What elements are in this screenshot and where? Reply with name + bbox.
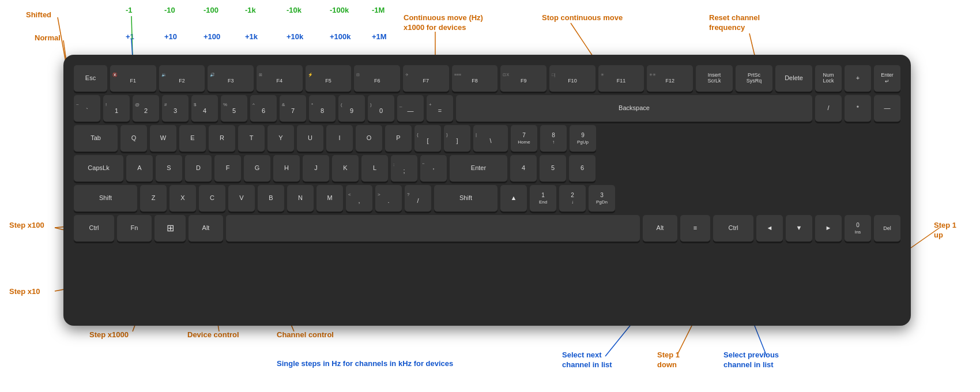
key-f3[interactable]: 🔊F3	[208, 65, 254, 92]
key-capslock[interactable]: CapsLk	[74, 155, 123, 182]
key-numpad-slash[interactable]: /	[815, 95, 842, 122]
key-d[interactable]: D	[185, 155, 212, 182]
key-f7[interactable]: ✈F7	[403, 65, 449, 92]
key-q[interactable]: Q	[120, 125, 147, 152]
key-num3[interactable]: 3PgDn	[589, 185, 615, 212]
key-i[interactable]: I	[326, 125, 353, 152]
key-0[interactable]: )0	[368, 95, 394, 122]
key-minus[interactable]: _—	[397, 95, 424, 122]
key-num1[interactable]: 1End	[530, 185, 556, 212]
key-equals[interactable]: +=	[427, 95, 453, 122]
key-numdot[interactable]: Del	[874, 215, 900, 242]
key-backslash[interactable]: |\	[473, 125, 508, 152]
key-space[interactable]	[226, 215, 640, 242]
key-n[interactable]: N	[287, 185, 314, 212]
key-numpad-enter-top[interactable]: Enter↵	[874, 65, 900, 92]
key-enter[interactable]: Enter	[450, 155, 507, 182]
key-8[interactable]: *8	[309, 95, 336, 122]
key-2[interactable]: @2	[133, 95, 159, 122]
key-c[interactable]: C	[199, 185, 225, 212]
key-num4[interactable]: 4	[510, 155, 537, 182]
key-m[interactable]: M	[316, 185, 343, 212]
key-b[interactable]: B	[258, 185, 284, 212]
key-f9[interactable]: ⊡XF9	[500, 65, 546, 92]
key-f10[interactable]: □|F10	[549, 65, 595, 92]
key-w[interactable]: W	[150, 125, 176, 152]
key-shift-right[interactable]: Shift	[434, 185, 497, 212]
key-4[interactable]: $4	[191, 95, 218, 122]
key-delete[interactable]: Delete	[775, 65, 812, 92]
key-f1[interactable]: 🔇F1	[110, 65, 156, 92]
key-fn[interactable]: Fn	[117, 215, 152, 242]
key-arrow-down[interactable]: ▼	[786, 215, 812, 242]
key-x[interactable]: X	[169, 185, 196, 212]
key-f2[interactable]: 🔉F2	[159, 65, 205, 92]
key-num8[interactable]: 8↑	[540, 125, 567, 152]
key-f11[interactable]: ✳F11	[598, 65, 644, 92]
key-arrow-right[interactable]: ►	[815, 215, 842, 242]
key-num0[interactable]: 0Ins	[845, 215, 871, 242]
key-numpad-plus-top[interactable]: +	[845, 65, 871, 92]
key-f[interactable]: F	[214, 155, 241, 182]
key-arrow-left[interactable]: ◄	[756, 215, 783, 242]
key-f5[interactable]: ⚡F5	[306, 65, 352, 92]
key-num2[interactable]: 2↓	[559, 185, 586, 212]
key-num5[interactable]: 5	[540, 155, 566, 182]
key-slash[interactable]: ?/	[405, 185, 431, 212]
key-g[interactable]: G	[244, 155, 270, 182]
key-arrow-up[interactable]: ▲	[500, 185, 527, 212]
key-period[interactable]: >.	[375, 185, 402, 212]
key-numpad-minus[interactable]: —	[874, 95, 900, 122]
label-step1-up: Step 1	[934, 221, 956, 229]
key-k[interactable]: K	[332, 155, 359, 182]
key-v[interactable]: V	[228, 185, 255, 212]
key-quote[interactable]: "'	[420, 155, 447, 182]
key-j[interactable]: J	[303, 155, 329, 182]
key-r[interactable]: R	[209, 125, 235, 152]
key-tab[interactable]: Tab	[74, 125, 118, 152]
key-num9[interactable]: 9PgUp	[570, 125, 596, 152]
key-numpad-star[interactable]: *	[845, 95, 871, 122]
key-ctrl-right[interactable]: Ctrl	[713, 215, 753, 242]
key-comma[interactable]: <,	[346, 185, 372, 212]
key-alt-left[interactable]: Alt	[189, 215, 223, 242]
key-f4[interactable]: ⊠F4	[257, 65, 303, 92]
key-z[interactable]: Z	[140, 185, 167, 212]
key-o[interactable]: O	[356, 125, 382, 152]
key-t[interactable]: T	[238, 125, 265, 152]
key-backspace[interactable]: Backspace	[456, 95, 812, 122]
key-num6[interactable]: 6	[569, 155, 595, 182]
key-lbracket[interactable]: {[	[414, 125, 441, 152]
key-alt-right[interactable]: Alt	[643, 215, 677, 242]
key-u[interactable]: U	[297, 125, 323, 152]
key-y[interactable]: Y	[267, 125, 294, 152]
key-9[interactable]: (9	[338, 95, 365, 122]
key-insert[interactable]: InsertScrLk	[696, 65, 733, 92]
key-a[interactable]: A	[126, 155, 153, 182]
key-shift-left[interactable]: Shift	[74, 185, 137, 212]
key-esc[interactable]: Esc	[74, 65, 107, 92]
key-h[interactable]: H	[273, 155, 300, 182]
key-p[interactable]: P	[385, 125, 412, 152]
key-prtsc[interactable]: PrtScSysRq	[736, 65, 772, 92]
key-win[interactable]: ⊞	[154, 215, 186, 242]
key-semicolon[interactable]: :;	[391, 155, 417, 182]
key-menu[interactable]: ≡	[680, 215, 710, 242]
key-numlock[interactable]: NumLock	[815, 65, 842, 92]
key-7[interactable]: &7	[280, 95, 306, 122]
key-f6[interactable]: ⊟F6	[354, 65, 400, 92]
key-l[interactable]: L	[361, 155, 388, 182]
key-rbracket[interactable]: }]	[444, 125, 470, 152]
key-s[interactable]: S	[156, 155, 182, 182]
qwerty-row: Tab Q W E R T Y U I O P {[ }] |\ 7Home 8…	[74, 125, 900, 152]
key-e[interactable]: E	[179, 125, 206, 152]
key-5[interactable]: %5	[221, 95, 247, 122]
key-backtick[interactable]: ~`	[74, 95, 100, 122]
key-1[interactable]: !1	[103, 95, 130, 122]
key-3[interactable]: #3	[162, 95, 189, 122]
key-6[interactable]: ^6	[250, 95, 277, 122]
key-f12[interactable]: ✳✳F12	[647, 65, 693, 92]
key-f8[interactable]: ≡≡≡F8	[452, 65, 498, 92]
key-ctrl-left[interactable]: Ctrl	[74, 215, 114, 242]
key-num7[interactable]: 7Home	[511, 125, 537, 152]
